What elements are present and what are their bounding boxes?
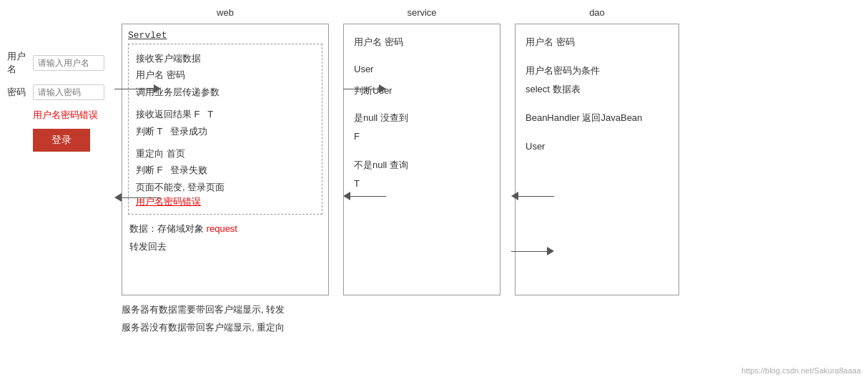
username-row: 用户名 [7,50,122,76]
username-input[interactable] [33,55,104,71]
username-label: 用户名 [7,50,33,76]
main-container: 用户名 密码 用户名密码错误 登录 web Servlet 接收客户端数 [0,0,868,382]
service-item-0: 用户名 密码 [354,33,490,52]
servlet-label: Servlet [128,30,322,41]
service-label: service [343,7,500,18]
web-item-0: 接收客户端数据 [136,50,315,67]
web-item-2: 调用业务层传递参数 [136,84,315,100]
web-error-label: 用户名密码错误 [136,195,315,208]
web-item-7: 页面不能变, 登录页面 [136,179,315,195]
arrow-web-to-service-top [343,84,386,93]
web-bottom: 数据：存储域对象 request 转发回去 [128,220,322,255]
arrow-web-to-left [114,193,161,202]
dao-item-0: 用户名 密码 [526,33,669,52]
login-form-section: 用户名 密码 用户名密码错误 登录 [7,7,122,152]
password-input[interactable] [33,84,104,100]
arrow-left-to-web [114,84,161,93]
web-bottom-l1b: request [207,223,237,234]
service-item-4: F [354,127,490,146]
web-notes: 服务器有数据需要带回客户端显示, 转发 服务器没有数据带回客户端显示, 重定向 [122,301,329,336]
service-outer-box: 用户名 密码 User 判断User 是null 没查到 F 不是null 查询… [343,24,500,295]
web-note-2: 服务器没有数据带回客户端显示, 重定向 [122,319,329,337]
web-bottom-line2: 转发回去 [129,238,322,256]
web-outer-box: Servlet 接收客户端数据 用户名 密码 调用业务层传递参数 接收返回结果 … [122,24,329,295]
login-button[interactable]: 登录 [33,129,90,152]
dao-item-2: select 数据表 [526,80,669,99]
web-section: web Servlet 接收客户端数据 用户名 密码 调用业务层传递参数 接收返… [122,7,329,336]
web-bottom-line1: 数据：存储域对象 request [129,220,322,238]
arrow-service-to-dao [511,247,554,255]
service-item-6: T [354,175,490,193]
web-item-1: 用户名 密码 [136,67,315,83]
web-item-3: 接收返回结果 F T [136,106,315,122]
dao-label: dao [515,7,679,18]
service-item-3: 是null 没查到 [354,109,490,127]
password-row: 密码 [7,84,122,100]
dao-item-3: BeanHandler 返回JavaBean [526,109,669,127]
web-item-5: 重定向 首页 [136,145,315,162]
web-bottom-l1a: 数据：存储域对象 [129,223,207,234]
dao-item-1: 用户名密码为条件 [526,62,669,80]
web-item-6: 判断 F 登录失败 [136,162,315,178]
diagram-area: web Servlet 接收客户端数据 用户名 密码 调用业务层传递参数 接收返… [122,7,861,336]
service-item-1: User [354,60,490,79]
web-label: web [122,7,329,18]
web-item-4: 判断 T 登录成功 [136,123,315,139]
service-item-5: 不是null 查询 [354,156,490,175]
dao-item-4: User [526,137,669,156]
arrow-service-to-web [343,192,386,200]
watermark: https://blog.csdn.net/Sakura8aaaa [741,366,861,375]
arrow-dao-to-service [511,192,554,200]
web-note-1: 服务器有数据需要带回客户端显示, 转发 [122,301,329,319]
service-section: service 用户名 密码 User 判断User 是null 没查到 F 不… [343,7,500,295]
servlet-dashed-box: 接收客户端数据 用户名 密码 调用业务层传递参数 接收返回结果 F T 判断 T… [128,44,322,215]
password-label: 密码 [7,86,33,99]
error-message: 用户名密码错误 [33,109,122,122]
